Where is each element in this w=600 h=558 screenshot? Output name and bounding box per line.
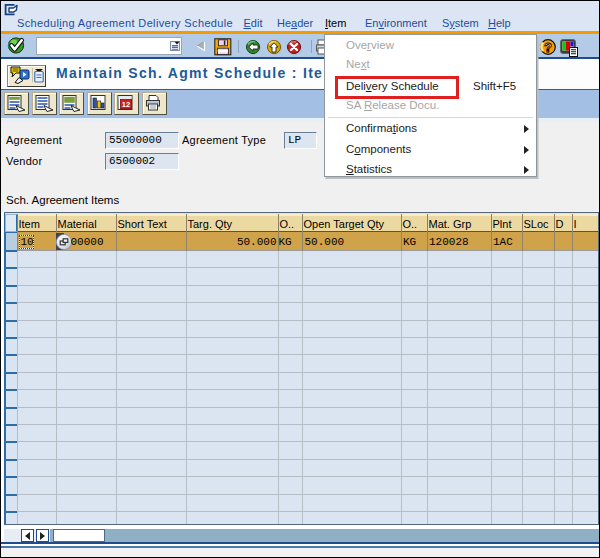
svg-text:?: ? <box>544 40 552 55</box>
svg-text:12: 12 <box>122 100 130 109</box>
